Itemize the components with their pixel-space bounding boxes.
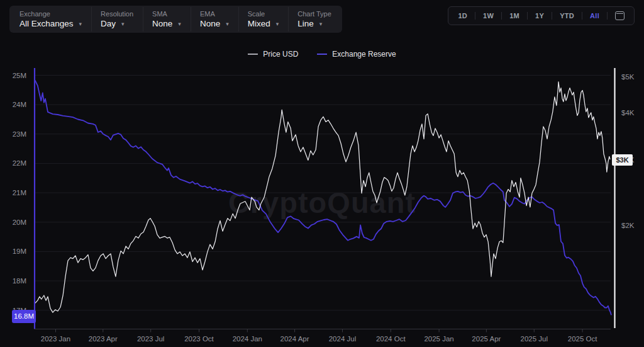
range-option-1m[interactable]: 1M bbox=[502, 8, 527, 24]
toolbar-group-label: Scale bbox=[248, 10, 279, 18]
y-axis-left-tick-21m: 21M bbox=[6, 188, 26, 198]
y-axis-left-tick-20m: 20M bbox=[6, 217, 26, 227]
toolbar-group-value: None bbox=[200, 19, 220, 29]
range-option-1d[interactable]: 1D bbox=[450, 8, 475, 24]
toolbar-group-label: Exchange bbox=[19, 10, 82, 18]
x-axis-tick-2023-jul: 2023 Jul bbox=[126, 334, 176, 344]
toolbar-group-label: Resolution bbox=[101, 10, 133, 18]
toolbar-group-exchange[interactable]: ExchangeAll Exchanges▾ bbox=[11, 7, 91, 31]
calendar-icon bbox=[615, 11, 625, 20]
x-axis-tick-2025-jan: 2025 Jan bbox=[414, 334, 464, 344]
toolbar-group-value: Day bbox=[101, 19, 116, 29]
price-usd-marker bbox=[248, 54, 258, 55]
price-usd-line bbox=[35, 82, 610, 312]
y-axis-left-tick-18m: 18M bbox=[6, 276, 26, 286]
toolbar-group-label: Chart Type bbox=[297, 10, 331, 18]
y-axis-left-tick-25m: 25M bbox=[6, 71, 26, 81]
range-option-1w[interactable]: 1W bbox=[475, 8, 501, 24]
range-option-all[interactable]: All bbox=[582, 8, 607, 24]
legend-item-price-usd[interactable]: Price USD bbox=[248, 50, 298, 59]
toolbar-group-value: Line bbox=[297, 19, 314, 29]
chevron-down-icon: ▾ bbox=[276, 21, 279, 27]
toolbar-group-value: All Exchanges bbox=[19, 19, 74, 29]
x-axis-tick-2024-jan: 2024 Jan bbox=[222, 334, 272, 344]
chevron-down-icon: ▾ bbox=[178, 21, 181, 27]
x-axis-tick-2024-jul: 2024 Jul bbox=[317, 334, 367, 344]
chart-legend: Price USDExchange Reserve bbox=[0, 50, 644, 59]
x-axis-tick-2024-oct: 2024 Oct bbox=[365, 334, 416, 344]
chevron-down-icon: ▾ bbox=[79, 21, 82, 27]
y-axis-left-tick-24m: 24M bbox=[6, 100, 26, 110]
legend-label: Price USD bbox=[263, 50, 298, 59]
y-axis-right-tick--5k: $5K bbox=[621, 72, 634, 82]
x-axis-tick-2023-jan: 2023 Jan bbox=[31, 334, 81, 344]
x-axis-tick-2025-oct: 2025 Oct bbox=[557, 334, 608, 344]
calendar-button[interactable] bbox=[608, 11, 632, 20]
chevron-down-icon: ▾ bbox=[319, 21, 323, 27]
reserve-current-value-badge: 16.8M bbox=[12, 310, 36, 323]
price-current-value-badge: $3K bbox=[612, 154, 633, 166]
y-axis-left-tick-23m: 23M bbox=[6, 129, 26, 139]
exchange-reserve-line bbox=[35, 81, 611, 315]
exchange-reserve-marker bbox=[317, 54, 327, 55]
chart-settings-toolbar: ExchangeAll Exchanges▾ResolutionDay▾SMAN… bbox=[9, 6, 342, 33]
toolbar-group-chart-type[interactable]: Chart TypeLine▾ bbox=[288, 7, 341, 31]
y-axis-left-tick-22m: 22M bbox=[6, 158, 26, 168]
y-axis-right-tick--2k: $2K bbox=[621, 220, 634, 230]
x-axis-tick-2023-oct: 2023 Oct bbox=[174, 334, 224, 344]
toolbar-group-value: Mixed bbox=[248, 19, 270, 29]
toolbar-group-scale[interactable]: ScaleMixed▾ bbox=[238, 7, 289, 31]
toolbar-group-sma[interactable]: SMANone▾ bbox=[143, 7, 191, 31]
chevron-down-icon: ▾ bbox=[121, 21, 125, 27]
legend-item-exchange-reserve[interactable]: Exchange Reserve bbox=[317, 50, 396, 59]
toolbar-group-label: SMA bbox=[152, 10, 181, 18]
toolbar-group-value: None bbox=[152, 19, 172, 29]
range-option-ytd[interactable]: YTD bbox=[552, 8, 582, 24]
chevron-down-icon: ▾ bbox=[226, 21, 229, 27]
legend-label: Exchange Reserve bbox=[332, 50, 396, 59]
toolbar-group-label: EMA bbox=[200, 10, 229, 18]
y-axis-right-tick--4k: $4K bbox=[621, 108, 634, 118]
x-axis-tick-2024-apr: 2024 Apr bbox=[270, 334, 320, 344]
cryptoquant-chart-screen: CryptoQuant 25M24M23M22M21M20M19M18M17M$… bbox=[0, 0, 644, 347]
range-option-1y[interactable]: 1Y bbox=[528, 8, 552, 24]
x-axis-tick-2023-apr: 2023 Apr bbox=[78, 334, 128, 344]
time-range-selector: 1D1W1M1YYTDAll bbox=[448, 6, 635, 25]
toolbar-group-resolution[interactable]: ResolutionDay▾ bbox=[91, 7, 143, 31]
x-axis-tick-2025-jul: 2025 Jul bbox=[509, 334, 559, 344]
y-axis-left-tick-19m: 19M bbox=[6, 246, 26, 256]
x-axis-tick-2025-apr: 2025 Apr bbox=[461, 334, 511, 344]
toolbar-group-ema[interactable]: EMANone▾ bbox=[191, 7, 238, 31]
